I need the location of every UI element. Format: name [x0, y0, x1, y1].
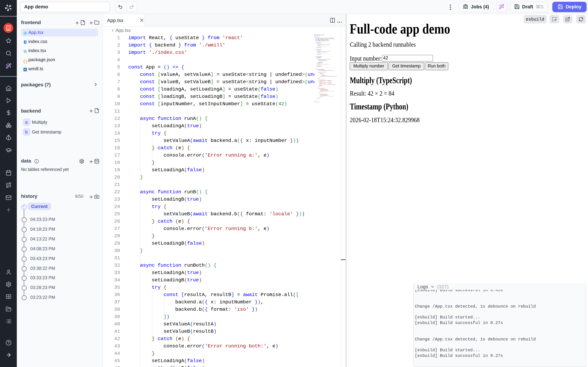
- svg-text:3: 3: [25, 41, 26, 43]
- svg-text:TS: TS: [24, 69, 26, 71]
